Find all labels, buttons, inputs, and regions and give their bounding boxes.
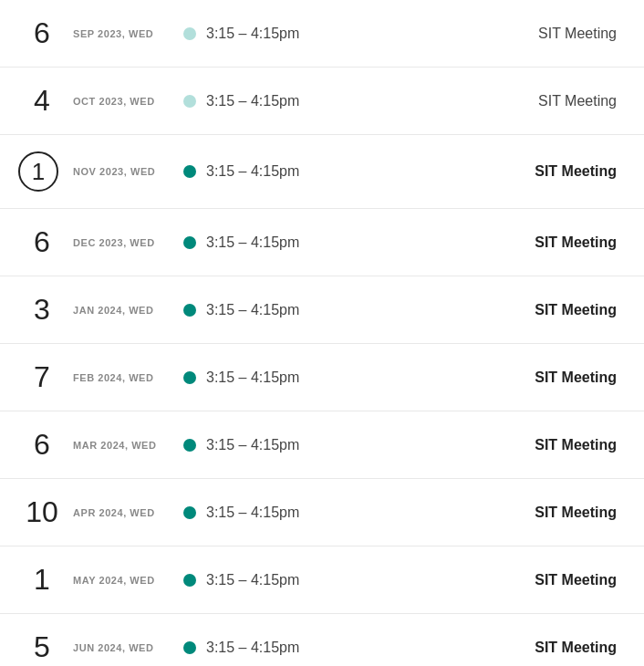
- status-dot: [183, 574, 196, 587]
- month-label: APR 2024, WED: [73, 507, 173, 518]
- calendar-list: 6SEP 2023, WED3:15 – 4:15pmSIT Meeting4O…: [0, 0, 644, 666]
- event-title: SIT Meeting: [352, 302, 626, 318]
- time-range: 3:15 – 4:15pm: [206, 640, 352, 656]
- status-dot: [183, 165, 196, 178]
- table-row[interactable]: 1NOV 2023, WED3:15 – 4:15pmSIT Meeting: [0, 135, 644, 209]
- month-label: SEP 2023, WED: [73, 28, 173, 39]
- day-number: 4: [18, 84, 66, 118]
- month-label: JUN 2024, WED: [73, 642, 173, 653]
- status-dot: [183, 439, 196, 452]
- time-range: 3:15 – 4:15pm: [206, 163, 352, 180]
- table-row[interactable]: 4OCT 2023, WED3:15 – 4:15pmSIT Meeting: [0, 68, 644, 135]
- day-number: 6: [18, 428, 66, 462]
- table-row[interactable]: 6MAR 2024, WED3:15 – 4:15pmSIT Meeting: [0, 411, 644, 479]
- day-number: 7: [18, 360, 66, 394]
- table-row[interactable]: 3JAN 2024, WED3:15 – 4:15pmSIT Meeting: [0, 276, 644, 344]
- time-range: 3:15 – 4:15pm: [206, 234, 352, 251]
- status-dot: [183, 27, 196, 40]
- time-range: 3:15 – 4:15pm: [206, 369, 352, 386]
- day-number: 1: [18, 563, 66, 597]
- day-number: 6: [18, 16, 66, 50]
- day-number: 10: [18, 495, 66, 529]
- event-title: SIT Meeting: [352, 505, 626, 521]
- status-dot: [183, 506, 196, 519]
- event-title: SIT Meeting: [352, 163, 626, 180]
- table-row[interactable]: 7FEB 2024, WED3:15 – 4:15pmSIT Meeting: [0, 344, 644, 411]
- day-number: 6: [18, 225, 66, 259]
- month-label: NOV 2023, WED: [73, 166, 173, 177]
- time-range: 3:15 – 4:15pm: [206, 437, 352, 453]
- time-range: 3:15 – 4:15pm: [206, 93, 352, 109]
- event-title: SIT Meeting: [352, 369, 626, 386]
- month-label: MAR 2024, WED: [73, 440, 173, 451]
- status-dot: [183, 304, 196, 317]
- day-number: 5: [18, 630, 66, 664]
- event-title: SIT Meeting: [352, 640, 626, 656]
- month-label: OCT 2023, WED: [73, 96, 173, 107]
- month-label: DEC 2023, WED: [73, 237, 173, 248]
- time-range: 3:15 – 4:15pm: [206, 26, 352, 42]
- month-label: MAY 2024, WED: [73, 575, 173, 586]
- status-dot: [183, 371, 196, 384]
- event-title: SIT Meeting: [352, 26, 626, 42]
- table-row[interactable]: 5JUN 2024, WED3:15 – 4:15pmSIT Meeting: [0, 614, 644, 666]
- month-label: FEB 2024, WED: [73, 372, 173, 383]
- time-range: 3:15 – 4:15pm: [206, 505, 352, 521]
- table-row[interactable]: 1MAY 2024, WED3:15 – 4:15pmSIT Meeting: [0, 546, 644, 614]
- status-dot: [183, 236, 196, 249]
- table-row[interactable]: 6DEC 2023, WED3:15 – 4:15pmSIT Meeting: [0, 209, 644, 276]
- event-title: SIT Meeting: [352, 93, 626, 109]
- table-row[interactable]: 10APR 2024, WED3:15 – 4:15pmSIT Meeting: [0, 479, 644, 546]
- time-range: 3:15 – 4:15pm: [206, 572, 352, 588]
- event-title: SIT Meeting: [352, 437, 626, 453]
- event-title: SIT Meeting: [352, 234, 626, 251]
- month-label: JAN 2024, WED: [73, 305, 173, 316]
- day-number: 1: [18, 151, 58, 192]
- event-title: SIT Meeting: [352, 572, 626, 588]
- time-range: 3:15 – 4:15pm: [206, 302, 352, 318]
- day-number: 3: [18, 293, 66, 327]
- status-dot: [183, 95, 196, 108]
- table-row[interactable]: 6SEP 2023, WED3:15 – 4:15pmSIT Meeting: [0, 0, 644, 68]
- status-dot: [183, 641, 196, 654]
